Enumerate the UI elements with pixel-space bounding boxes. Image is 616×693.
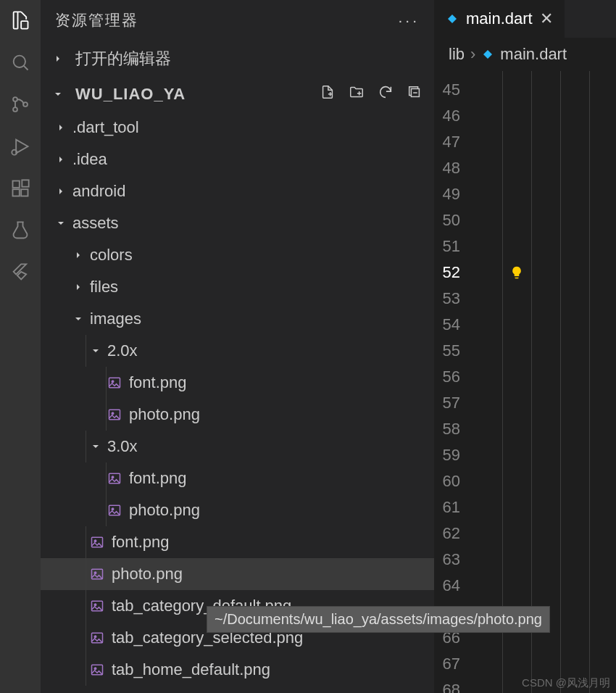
line-number: 58 [434,416,478,442]
flutter-icon[interactable] [9,261,32,284]
chevron-down-icon [52,88,64,100]
collapse-all-icon[interactable] [407,84,423,104]
line-number: 60 [434,468,478,494]
chevron-right-icon [55,122,67,133]
line-number: 64 [434,573,478,599]
line-number: 49 [434,181,478,207]
image-file-icon [107,471,122,486]
tree-folder[interactable]: colors [41,239,434,271]
tree-item-label: font.png [112,533,170,552]
svg-point-18 [112,508,114,510]
chevron-down-icon [90,345,101,357]
image-file-icon [90,631,104,645]
line-number: 63 [434,547,478,573]
tree-item-label: font.png [129,469,187,488]
more-icon[interactable]: ··· [398,12,420,29]
code-area[interactable]: 4546474849505152535455565758596061626364… [434,71,616,693]
refresh-icon[interactable] [378,84,394,104]
line-number: 46 [434,103,478,129]
search-icon[interactable] [9,51,32,74]
new-file-icon[interactable] [320,84,336,104]
line-number: 55 [434,338,478,364]
tree-folder[interactable]: android [41,175,434,207]
new-folder-icon[interactable] [349,84,365,104]
line-number: 68 [434,677,478,693]
breadcrumb-folder[interactable]: lib [449,45,465,64]
tree-folder[interactable]: assets [41,207,434,239]
tree-file[interactable]: font.png [41,526,434,558]
tree-item-label: files [90,278,118,296]
chevron-right-icon: › [470,45,475,64]
tree-item-label: 3.0x [107,437,138,456]
line-number: 50 [434,207,478,233]
tree-item-label: images [90,310,141,328]
line-number: 62 [434,520,478,547]
tree-folder[interactable]: files [41,271,434,303]
image-file-icon [90,599,104,613]
svg-point-2 [13,97,17,101]
tree-file[interactable]: font.png [41,462,434,494]
tree-folder[interactable]: 3.0x [41,431,434,462]
project-actions [320,84,423,104]
svg-point-16 [112,476,114,478]
dart-file-icon [481,48,494,61]
explorer-icon[interactable] [9,9,32,32]
tab-main-dart[interactable]: main.dart ✕ [434,0,565,38]
line-number: 47 [434,129,478,155]
tab-label: main.dart [466,9,533,28]
testing-icon[interactable] [9,219,32,242]
tree-item-label: photo.png [129,501,200,520]
tree-file[interactable]: photo.png [41,399,434,431]
chevron-right-icon [55,154,67,165]
tree-folder[interactable]: 2.0x [41,335,434,367]
open-editors-label: 打开的编辑器 [75,48,171,70]
explorer-sidebar: 资源管理器 ··· 打开的编辑器 WU_LIAO_YA .dart_tool [41,0,434,693]
extensions-icon[interactable] [9,177,32,200]
image-file-icon [107,503,122,518]
chevron-down-icon [55,217,67,229]
chevron-down-icon [90,441,101,452]
line-number: 56 [434,364,478,390]
svg-rect-0 [21,21,28,28]
svg-point-12 [112,381,114,383]
chevron-right-icon [52,53,64,65]
run-debug-icon[interactable] [9,135,32,158]
open-editors-section[interactable]: 打开的编辑器 [41,41,434,77]
svg-point-22 [94,572,96,574]
breadcrumb[interactable]: lib › main.dart [434,38,616,71]
tree-folder[interactable]: images [41,303,434,335]
svg-point-24 [94,604,96,606]
lightbulb-icon[interactable] [509,265,524,280]
breadcrumb-file[interactable]: main.dart [500,45,567,64]
tree-item-label: tab_home_default.png [112,660,270,679]
chevron-right-icon [72,281,84,293]
svg-rect-6 [13,181,20,188]
svg-point-28 [94,668,96,670]
tree-file[interactable]: font.png [41,367,434,399]
line-number: 51 [434,233,478,260]
line-number: 67 [434,651,478,677]
explorer-title: 资源管理器 [55,10,138,30]
line-number: 45 [434,77,478,103]
source-control-icon[interactable] [9,93,32,116]
line-number: 54 [434,312,478,338]
close-icon[interactable]: ✕ [540,9,553,28]
tree-item-label: 2.0x [107,341,138,360]
line-number: 52 [434,260,478,286]
svg-rect-9 [22,180,28,186]
svg-point-26 [94,636,96,638]
image-file-icon [90,567,104,581]
tree-item-label: photo.png [112,565,183,584]
project-name: WU_LIAO_YA [75,85,186,104]
tree-file[interactable]: photo.png [41,494,434,526]
tree-item-label: assets [72,214,119,233]
tree-folder[interactable]: .dart_tool [41,112,434,144]
project-section[interactable]: WU_LIAO_YA [41,77,434,112]
tree-item-label: colors [90,246,133,265]
tree-file[interactable]: photo.png [41,558,434,590]
line-number: 57 [434,390,478,416]
tree-folder[interactable]: .idea [41,144,434,175]
image-file-icon [90,663,104,677]
explorer-header: 资源管理器 ··· [41,0,434,41]
tree-file[interactable]: tab_home_default.png [41,654,434,686]
